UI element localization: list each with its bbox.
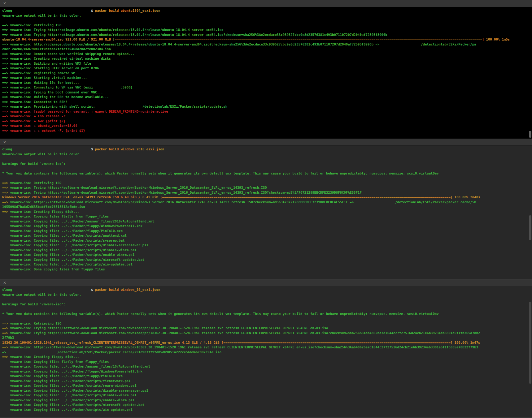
terminal-line [2, 307, 532, 312]
terminal-line: Warnings for build 'vmware-iso': [2, 302, 532, 307]
terminal-line: vmware-iso: Copying file: ../../Packer/s… [2, 379, 532, 384]
terminal-pane-ubuntu1804: ✕ clong $ packer build ubuntu1804_esxi.j… [0, 0, 532, 139]
terminal-line: Windows_Server_2016_Datacenter_EVAL_en-u… [2, 195, 532, 200]
terminal-line: vmware-iso: Copying file: ../../Packer/s… [2, 252, 532, 257]
pane-titlebar: ✕ [0, 139, 532, 146]
terminal-line: vmware-iso: Copying file: ../../Packer/a… [2, 364, 532, 369]
terminal-line: * Your vmx data contains the following v… [2, 312, 532, 317]
terminal-line [2, 297, 532, 302]
terminal-line: vmware-iso: Copying file: ../../Packer/f… [2, 374, 532, 379]
terminal-line: ==> vmware-iso: Retrieving ISO [2, 321, 532, 326]
terminal-output-ubuntu1804[interactable]: clong $ packer build ubuntu1804_esxi.jso… [0, 7, 532, 139]
terminal-line: vmware-iso: Copying file: ../../Packer/s… [2, 233, 532, 238]
scrollbar-gutter [528, 286, 528, 417]
terminal-line: ==> vmware-iso: Trying http://cdimage.ub… [2, 28, 532, 32]
scrollbar-thumb[interactable] [529, 302, 531, 384]
terminal-line: vmware-iso: Copying file: ../../Packer/s… [2, 243, 532, 248]
terminal-line: vmware-iso: Copying file: ../../Packer/s… [2, 238, 532, 243]
terminal-pane-windows2016: ✕ clong $ packer build windows_2016_esxi… [0, 139, 532, 279]
pane-titlebar: ✕ [0, 279, 532, 286]
terminal-line: clong $ packer build windows_10_esxi.jso… [2, 287, 532, 292]
terminal-line: ==> vmware-iso: Creating required virtua… [2, 56, 532, 61]
terminal-line: vmware-iso: Copying files flatly from fl… [2, 360, 532, 364]
terminal-line: vmware-iso: Copying file: ../../Packer/f… [2, 229, 532, 234]
terminal-line: clong $ packer build windows_2016_esxi.j… [2, 147, 532, 152]
terminal-line: ==> vmware-iso: Remote cache was verifie… [2, 52, 532, 57]
scrollbar-thumb[interactable] [529, 131, 531, 138]
terminal-line: ==> vmware-iso: [sudo] password for vagr… [2, 109, 532, 114]
terminal-line: ==> vmware-iso: Starting virtual machine… [2, 75, 532, 80]
terminal-line: ==> vmware-iso: Connected to SSH! [2, 100, 532, 105]
terminal-line: ==> vmware-iso: + ubuntu_version=18.04 [2, 123, 532, 128]
terminal-line: ==> vmware-iso: Waiting for SSH to becom… [2, 95, 532, 100]
terminal-line: vmware-iso: Copying file: ../../Packer/a… [2, 219, 532, 224]
terminal-line: vmware-iso output will be in this color. [2, 152, 532, 157]
terminal-line: 2f79b3 [2, 335, 532, 340]
terminal-line: vmware-iso: Copying file: ../../Packer/s… [2, 398, 532, 403]
close-icon[interactable]: ✕ [2, 1, 7, 6]
terminal-pane-windows10: ✕ clong $ packer build windows_10_esxi.j… [0, 279, 532, 417]
scrollbar-thumb[interactable] [529, 215, 531, 240]
menu-icon[interactable] [526, 2, 530, 5]
terminal-output-windows2016[interactable]: clong $ packer build windows_2016_esxi.j… [0, 146, 532, 279]
pane-titlebar: ✕ [0, 0, 532, 7]
terminal-line: ==> vmware-iso: + awk {print $2} [2, 119, 532, 124]
terminal-line: => /detectionlab/ESXi/Packer/packer_cach… [2, 350, 532, 355]
terminal-line: vmware-iso: Copying files flatly from fl… [2, 214, 532, 219]
terminal-line: Warnings for build 'vmware-iso': [2, 162, 532, 166]
terminal-line: vmware-iso: Copying file: ../../Packer/s… [2, 393, 532, 398]
next-pane-top-edge [0, 417, 532, 418]
terminal-output-windows10[interactable]: clong $ packer build windows_10_esxi.jso… [0, 286, 532, 417]
terminal-line [2, 18, 532, 23]
terminal-line: ==> vmware-iso: Building and writing VMX… [2, 61, 532, 66]
terminal-line: vmware-iso: Copying file: ../../Packer/s… [2, 407, 532, 412]
terminal-line: ==> vmware-iso: Starting HTTP server on … [2, 66, 532, 71]
terminal-line: vmware-iso: Copying file: ../../Packer/f… [2, 224, 532, 229]
terminal-line: vmware-iso: Copying file: ../../Packer/s… [2, 262, 532, 267]
terminal-line: ==> vmware-iso: http://cdimage.ubuntu.co… [2, 42, 532, 47]
terminal-line: vmware-iso output will be in this color. [2, 13, 532, 18]
terminal-line: vmware-iso: Copying file: ../../Packer/s… [2, 248, 532, 253]
terminal-line: ==> vmware-iso: Trying https://software-… [2, 190, 532, 195]
scrollbar-gutter [528, 146, 528, 279]
terminal-line: ubuntu-18.04.4-server-amd64.iso 921.00 M… [2, 37, 532, 42]
terminal-line: ==> vmware-iso: Typing the boot command … [2, 90, 532, 95]
terminal-line: * Your vmx data contains the following v… [2, 171, 532, 176]
terminal-line: ==> vmware-iso: Trying https://software-… [2, 326, 532, 331]
terminal-line: vmware-iso: Done copying files from flop… [2, 267, 532, 272]
terminal-line [2, 176, 532, 181]
terminal-line: ==> vmware-iso: Trying https://software-… [2, 331, 532, 336]
terminal-line: vmware-iso: Copying file: ../../Packer/f… [2, 369, 532, 374]
terminal-line: vmware-iso output will be in this color. [2, 292, 532, 297]
terminal-line: ==> vmware-iso: Waiting 10s for boot... [2, 80, 532, 85]
terminal-line: vmware-iso: Copying file: ../../Packer/s… [2, 257, 532, 262]
terminal-line: ==> vmware-iso: Retrieving ISO [2, 23, 532, 28]
terminal-line: ==> vmware-iso: Retrieving ISO [2, 181, 532, 186]
terminal-window-stack: { "colors": { "g": "#3db53d", "o": "#d08… [0, 0, 532, 418]
terminal-line: ==> vmware-iso: Trying http://cdimage.ub… [2, 32, 532, 37]
terminal-line: ==> vmware-iso: Creating floppy disk... [2, 355, 532, 360]
menu-icon[interactable] [526, 281, 530, 285]
terminal-line: ==> vmware-iso: + lsb_release -r [2, 114, 532, 119]
terminal-line: ==> vmware-iso: Connecting to VM via VNC… [2, 85, 532, 90]
terminal-line: cker_cache/e6d790e1cf0dcbca7fefef75468ac… [2, 47, 532, 52]
terminal-line [2, 157, 532, 162]
menu-icon[interactable] [526, 141, 530, 144]
terminal-line: ==> vmware-iso: Provisioning with shell … [2, 104, 532, 109]
terminal-line: ==> vmware-iso: Trying https://software-… [2, 185, 532, 190]
terminal-line [2, 166, 532, 171]
terminal-line: ==> vmware-iso: Registering remote VM... [2, 71, 532, 76]
terminal-line: ==> vmware-iso: + + echoawk -F. {print $… [2, 128, 532, 133]
terminal-line: ==> vmware-iso: Creating floppy disk... [2, 209, 532, 214]
terminal-line: ==> vmware-iso: https://software-downloa… [2, 200, 532, 205]
close-icon[interactable]: ✕ [2, 280, 7, 285]
terminal-line: vmware-iso: Copying file: ../../Packer/s… [2, 383, 532, 388]
terminal-line [2, 316, 532, 321]
terminal-line: clong $ packer build ubuntu1804_esxi.jso… [2, 8, 532, 13]
terminal-line: vmware-iso: Copying file: ../../Packer/s… [2, 388, 532, 393]
close-icon[interactable]: ✕ [2, 140, 7, 145]
terminal-line: ==> vmware-iso: https://software-downloa… [2, 345, 532, 350]
terminal-line: 18362.30.190401-1528.19h1_release_svc_re… [2, 340, 532, 345]
terminal-line: 1055098d7ba8d2d635babf6bb76518512afbde.i… [2, 205, 532, 209]
terminal-line: vmware-iso: Copying file: ../../Packer/s… [2, 403, 532, 407]
